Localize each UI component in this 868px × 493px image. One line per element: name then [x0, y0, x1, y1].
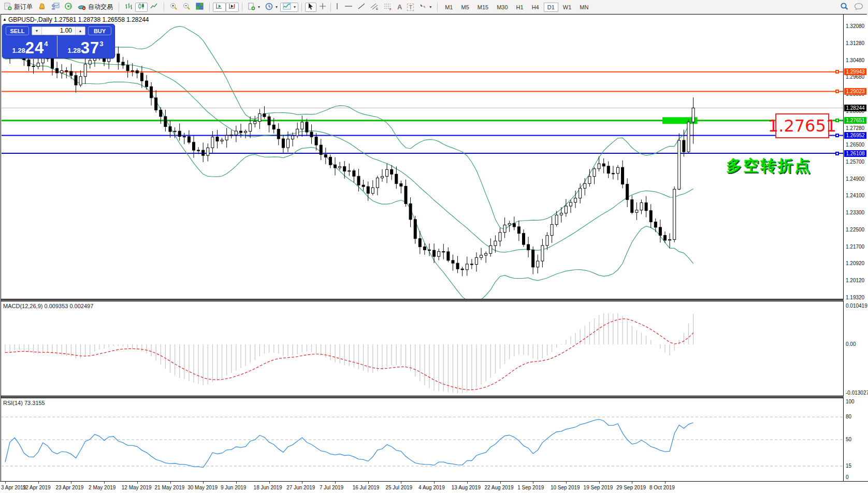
date-axis-label: 25 Jul 2019: [385, 485, 412, 490]
fibonacci-tool-button[interactable]: F: [381, 3, 395, 12]
price-axis-tick: 1.31280: [846, 40, 864, 46]
date-axis-tick: [665, 482, 666, 484]
price-axis-tick: 1.27280: [846, 125, 864, 131]
dropdown-caret-icon: ▾: [294, 5, 296, 9]
price-axis-tick: 1.23300: [846, 210, 864, 215]
date-axis-tick: [335, 482, 336, 484]
toolbar-separator: [209, 3, 210, 12]
toolbar-separator: [164, 3, 164, 12]
sell-button[interactable]: SELL: [6, 26, 29, 35]
signals-button[interactable]: [62, 3, 75, 12]
crosshair-icon: [319, 3, 326, 11]
date-axis-label: 12 May 2019: [122, 485, 152, 490]
chat-icon[interactable]: [854, 3, 864, 12]
line-chart-button[interactable]: [148, 3, 161, 12]
pane-separator-macd[interactable]: [1, 299, 844, 301]
cursor-tool-button[interactable]: [305, 3, 316, 12]
channel-tool-button[interactable]: E: [368, 3, 381, 12]
hline-anchor-handle[interactable]: [835, 70, 839, 74]
zoom-in-button[interactable]: [167, 3, 180, 12]
price-callout-box[interactable]: 1.27651: [775, 113, 829, 138]
timeframe-button-w1[interactable]: W1: [559, 3, 575, 12]
timeframe-button-h4[interactable]: H4: [528, 3, 543, 12]
sell-price-pip: 4: [44, 40, 48, 48]
market-depth-button[interactable]: [35, 3, 49, 12]
volume-increase-button[interactable]: ▲: [75, 27, 85, 35]
volume-input[interactable]: 1.00: [42, 27, 75, 35]
timeframe-button-m5[interactable]: M5: [457, 3, 472, 12]
date-axis-tick: [170, 482, 171, 484]
tile-windows-button[interactable]: [193, 3, 206, 12]
timeframe-button-m1[interactable]: M1: [441, 3, 456, 12]
sell-price-small: 1.28: [12, 47, 25, 54]
arrows-tool-button[interactable]: ▾: [416, 3, 434, 12]
macd-main-value: 0.009353: [44, 303, 68, 309]
timeframe-button-mn[interactable]: MN: [576, 3, 592, 12]
vertical-line-tool-button[interactable]: [332, 3, 342, 12]
arrow-shapes-icon: [419, 3, 427, 11]
timeframe-button-m30[interactable]: M30: [493, 3, 511, 12]
zoom-out-icon: [183, 3, 191, 12]
bar-chart-button[interactable]: [122, 3, 135, 12]
algo-trading-button[interactable]: 自动交易: [75, 3, 115, 12]
dropdown-caret-icon: ▾: [258, 5, 260, 9]
date-axis-label: 29 Sep 2019: [616, 485, 646, 490]
rsi-name: RSI(14): [3, 400, 23, 406]
template-icon: [248, 3, 255, 12]
buy-price-display[interactable]: 1.28373: [59, 36, 112, 57]
timeframe-button-h1[interactable]: H1: [513, 3, 527, 12]
collapse-panel-arrow[interactable]: ▲: [3, 17, 7, 22]
buy-button[interactable]: BUY: [88, 26, 111, 35]
new-order-button[interactable]: 新订单: [2, 3, 35, 12]
price-axis-tick: 1.25700: [846, 159, 864, 165]
indicators-button[interactable]: ▾: [280, 3, 298, 12]
new-template-button[interactable]: ▾: [245, 3, 263, 12]
date-axis-label: 10 Sep 2019: [551, 485, 580, 490]
signals-icon: [65, 3, 73, 12]
sell-price-big: 24: [25, 39, 44, 57]
horizontal-line-tool-button[interactable]: [342, 3, 355, 12]
zoom-out-button[interactable]: [180, 3, 193, 12]
trendline-tool-button[interactable]: [355, 3, 368, 12]
text-tool-button[interactable]: A: [395, 3, 404, 12]
svg-text:E: E: [376, 7, 378, 10]
price-level-tag: 1.27651: [844, 117, 866, 124]
hline-anchor-handle[interactable]: [835, 90, 839, 93]
dropdown-caret-icon: ▾: [429, 5, 431, 9]
rsi-value: 73.3155: [24, 400, 45, 406]
sell-price-display[interactable]: 1.28244: [3, 36, 57, 57]
date-axis-label: 30 May 2019: [187, 485, 218, 490]
price-axis-tick: 1.26500: [846, 142, 864, 148]
price-level-tag: 1.26952: [844, 132, 866, 139]
dropdown-caret-icon: ▾: [276, 5, 278, 9]
search-icon[interactable]: [840, 2, 849, 12]
date-axis-tick: [5, 482, 6, 484]
timeframe-button-d1[interactable]: D1: [544, 3, 558, 12]
crosshair-tool-button[interactable]: [316, 3, 329, 12]
hline-anchor-handle[interactable]: [835, 152, 839, 155]
chart-shift-button[interactable]: [226, 3, 239, 12]
buy-price-small: 1.28: [67, 47, 80, 54]
price-axis-tick: 1.20920: [846, 260, 864, 266]
date-axis-label: 12 Apr 2019: [23, 485, 51, 490]
chart-shift-icon: [228, 3, 236, 11]
date-axis-tick: [137, 482, 138, 484]
svg-text:F: F: [389, 8, 392, 10]
strategy-tester-button[interactable]: [49, 3, 62, 12]
date-axis-tick: [566, 482, 567, 484]
candlestick-chart-button[interactable]: [135, 3, 148, 12]
timeframe-button-m15[interactable]: M15: [474, 3, 492, 12]
label-tool-button[interactable]: T: [404, 3, 416, 12]
cursor-icon: [308, 3, 314, 11]
market-depth-icon: [38, 3, 46, 11]
periods-button[interactable]: ▾: [263, 3, 280, 12]
pane-separator-rsi[interactable]: [1, 396, 844, 398]
auto-scroll-button[interactable]: [213, 3, 226, 12]
macd-signal-value: 0.002497: [69, 303, 93, 309]
person-chart-icon: [51, 3, 60, 11]
volume-spinner: ▼ 1.00 ▲: [32, 26, 85, 35]
date-axis-label: 27 Jun 2019: [286, 485, 315, 490]
cn-text-annotation[interactable]: 多空转折点: [726, 155, 812, 177]
price-axis-tick: 1.24900: [846, 176, 864, 182]
volume-decrease-button[interactable]: ▼: [32, 27, 42, 35]
